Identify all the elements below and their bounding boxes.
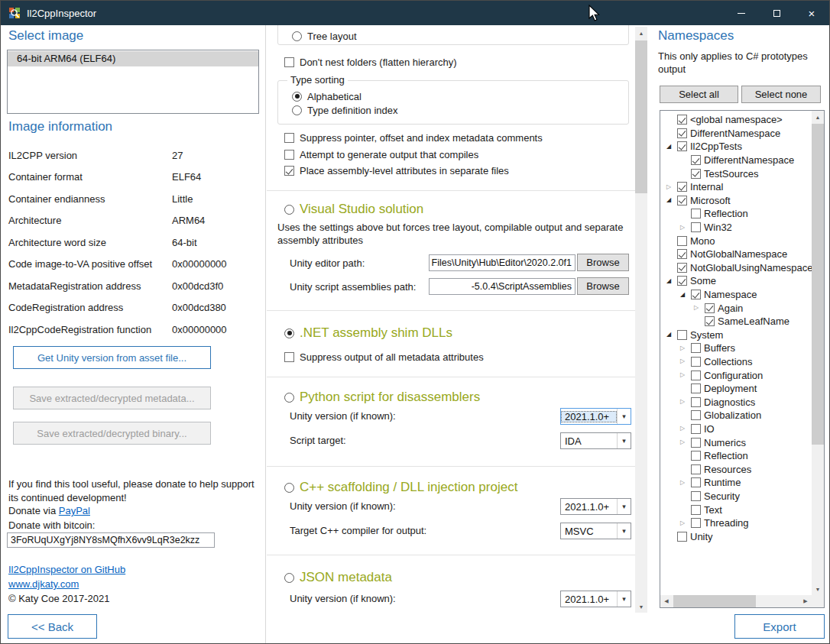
namespace-tree-item[interactable]: Globalization: [661, 409, 812, 422]
namespace-tree-item[interactable]: Resources: [661, 462, 812, 476]
chevron-down-icon[interactable]: ▾: [617, 433, 631, 448]
unity-version-combo[interactable]: 2021.1.0+ ▾: [560, 591, 631, 607]
expand-icon[interactable]: ▷: [677, 225, 688, 231]
chevron-down-icon[interactable]: ▾: [617, 409, 631, 424]
python-script-option[interactable]: Python script for disassemblers: [284, 389, 480, 406]
namespace-tree-item[interactable]: ◢Il2CppTests: [661, 140, 812, 154]
namespace-checkbox[interactable]: [677, 330, 687, 340]
expand-icon[interactable]: ▷: [677, 345, 688, 351]
collapse-icon[interactable]: ◢: [663, 197, 674, 203]
namespace-checkbox[interactable]: [677, 128, 687, 138]
scroll-down-icon[interactable]: ▼: [812, 583, 824, 595]
namespace-tree-item[interactable]: <global namespace>: [661, 113, 812, 127]
namespace-checkbox[interactable]: [691, 505, 701, 515]
expand-icon[interactable]: ▷: [677, 520, 688, 526]
checkbox[interactable]: [284, 166, 294, 176]
namespace-checkbox[interactable]: [691, 477, 701, 487]
collapse-icon[interactable]: ◢: [663, 332, 674, 338]
namespace-tree-item[interactable]: ▷Configuration: [661, 368, 812, 382]
flatten-hierarchy-option[interactable]: Don't nest folders (flatten hierarchy): [284, 55, 457, 69]
type-sorting-option[interactable]: Type definition index: [292, 103, 398, 117]
select-all-button[interactable]: Select all: [660, 86, 738, 103]
export-button[interactable]: Export: [734, 614, 825, 639]
expand-icon[interactable]: ▷: [677, 426, 688, 432]
namespace-checkbox[interactable]: [705, 303, 715, 313]
maximize-button[interactable]: [759, 1, 794, 25]
namespace-tree-item[interactable]: DifferentNamespace: [661, 154, 812, 167]
namespace-checkbox[interactable]: [691, 518, 701, 528]
namespace-checkbox[interactable]: [677, 141, 687, 151]
scrollbar-thumb[interactable]: [812, 124, 824, 445]
scrollbar-thumb[interactable]: [673, 595, 756, 607]
json-metadata-option[interactable]: JSON metadata: [284, 569, 392, 586]
namespace-checkbox[interactable]: [691, 397, 701, 407]
namespace-tree-item[interactable]: Security: [661, 490, 812, 503]
namespace-checkbox[interactable]: [705, 316, 715, 326]
expand-icon[interactable]: ▷: [677, 358, 688, 364]
options-scrollbar[interactable]: ▲ ▼: [635, 27, 647, 613]
cpp-scaffolding-option[interactable]: C++ scaffolding / DLL injection project: [284, 479, 517, 496]
namespace-tree-item[interactable]: ◢System: [661, 328, 812, 342]
namespace-tree-item[interactable]: ▷Diagnostics: [661, 395, 812, 409]
back-button[interactable]: << Back: [8, 614, 97, 639]
scroll-up-icon[interactable]: ▲: [812, 111, 824, 123]
namespace-checkbox[interactable]: [691, 424, 701, 434]
radio-button[interactable]: [284, 393, 294, 403]
collapse-icon[interactable]: ◢: [677, 292, 688, 298]
checkbox[interactable]: [284, 57, 294, 67]
namespace-tree-item[interactable]: TestSources: [661, 167, 812, 180]
namespace-checkbox[interactable]: [677, 532, 687, 542]
namespace-checkbox[interactable]: [677, 249, 687, 259]
suppress-metadata-attributes-option[interactable]: Suppress output of all metadata attribut…: [284, 350, 484, 364]
namespace-checkbox[interactable]: [677, 276, 687, 286]
radio-button[interactable]: [292, 105, 302, 115]
namespace-checkbox[interactable]: [691, 464, 701, 474]
namespace-checkbox[interactable]: [691, 209, 701, 218]
image-list-item[interactable]: 64-bit ARM64 (ELF64): [8, 51, 258, 66]
namespace-checkbox[interactable]: [691, 222, 701, 232]
namespace-tree-item[interactable]: Reflection: [661, 207, 812, 221]
radio-button[interactable]: [292, 31, 302, 41]
namespace-tree-item[interactable]: ▷Again: [661, 301, 812, 315]
browse-editor-path-button[interactable]: Browse: [577, 254, 629, 271]
type-sorting-option[interactable]: Alphabetical: [292, 89, 398, 103]
checkbox[interactable]: [284, 352, 294, 362]
website-link[interactable]: www.djkaty.com: [8, 578, 79, 590]
namespace-checkbox[interactable]: [677, 263, 687, 273]
scrollbar-thumb[interactable]: [635, 40, 647, 193]
browse-assemblies-path-button[interactable]: Browse: [577, 277, 629, 295]
namespace-checkbox[interactable]: [691, 451, 701, 461]
expand-icon[interactable]: ▷: [677, 480, 688, 486]
radio-button[interactable]: [292, 92, 302, 102]
checkbox[interactable]: [284, 150, 294, 160]
select-none-button[interactable]: Select none: [741, 86, 821, 103]
script-assemblies-path-field[interactable]: -5.0.4\ScriptAssemblies: [429, 278, 575, 295]
cpp-compiler-combo[interactable]: MSVC ▾: [560, 523, 631, 539]
namespace-checkbox[interactable]: [677, 196, 687, 205]
collapse-icon[interactable]: ◢: [663, 144, 674, 150]
chevron-down-icon[interactable]: ▾: [617, 499, 631, 514]
expand-icon[interactable]: ▷: [677, 439, 688, 445]
shim-dlls-option[interactable]: .NET assembly shim DLLs: [284, 325, 452, 341]
radio-button[interactable]: [284, 573, 294, 583]
namespace-tree-item[interactable]: Mono: [661, 234, 812, 248]
bitcoin-address-field[interactable]: 3FoRUqUXgYj8NY8sMQfhX6vv9LqR3e2kzz: [7, 532, 215, 548]
chevron-down-icon[interactable]: ▾: [617, 523, 631, 539]
namespace-tree-item[interactable]: ▷Collections: [661, 355, 812, 369]
unity-version-combo[interactable]: 2021.1.0+ ▾: [560, 408, 631, 425]
namespace-checkbox[interactable]: [691, 290, 701, 299]
namespace-checkbox[interactable]: [691, 410, 701, 420]
namespace-checkbox[interactable]: [691, 383, 701, 393]
expand-icon[interactable]: ▷: [677, 372, 688, 378]
get-unity-version-button[interactable]: Get Unity version from asset file...: [13, 346, 211, 369]
collapse-icon[interactable]: ◢: [663, 278, 674, 284]
namespace-tree-item[interactable]: ◢Some: [661, 274, 812, 288]
namespace-tree-item[interactable]: NotGlobalUsingNamespace: [661, 261, 812, 275]
namespace-tree-item[interactable]: ▷Threading: [661, 516, 812, 530]
radio-button[interactable]: [284, 328, 294, 338]
scroll-right-icon[interactable]: ▶: [799, 595, 812, 607]
namespace-tree-item[interactable]: ◢Microsoft: [661, 194, 812, 208]
close-button[interactable]: ×: [794, 1, 829, 25]
namespace-checkbox[interactable]: [691, 357, 701, 367]
expand-icon[interactable]: ▷: [691, 305, 702, 311]
